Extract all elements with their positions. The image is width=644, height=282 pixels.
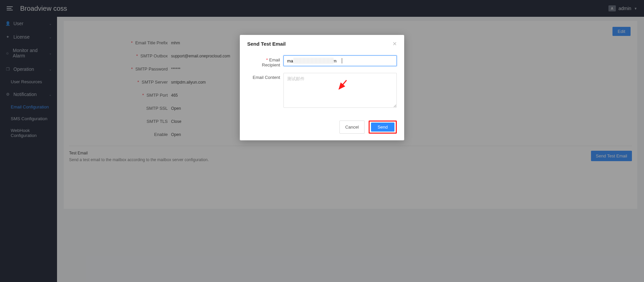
email-content-textarea[interactable] bbox=[283, 73, 397, 108]
send-button[interactable]: Send bbox=[371, 123, 394, 132]
close-icon[interactable]: ✕ bbox=[392, 41, 397, 47]
row-email-content: Email Content bbox=[247, 73, 397, 109]
modal-header: Send Test Email ✕ bbox=[240, 35, 404, 50]
cancel-button[interactable]: Cancel bbox=[339, 121, 364, 134]
modal-overlay: Send Test Email ✕ *Email Recipient Email… bbox=[0, 0, 644, 282]
label-email-content: Email Content bbox=[247, 73, 283, 80]
label-email-recipient: *Email Recipient bbox=[247, 55, 283, 67]
app-root: Send Test Email ✕ *Email Recipient Email… bbox=[0, 0, 644, 282]
modal-title: Send Test Email bbox=[247, 41, 286, 47]
send-test-email-modal: Send Test Email ✕ *Email Recipient Email… bbox=[240, 35, 404, 140]
input-wrap-email-content bbox=[283, 73, 397, 109]
modal-footer: Cancel Send bbox=[240, 116, 404, 140]
input-wrap-email-recipient bbox=[283, 55, 397, 66]
annotation-highlight: Send bbox=[369, 121, 397, 134]
row-email-recipient: *Email Recipient bbox=[247, 55, 397, 67]
email-recipient-input[interactable] bbox=[283, 55, 397, 66]
modal-body: *Email Recipient Email Content bbox=[240, 50, 404, 116]
